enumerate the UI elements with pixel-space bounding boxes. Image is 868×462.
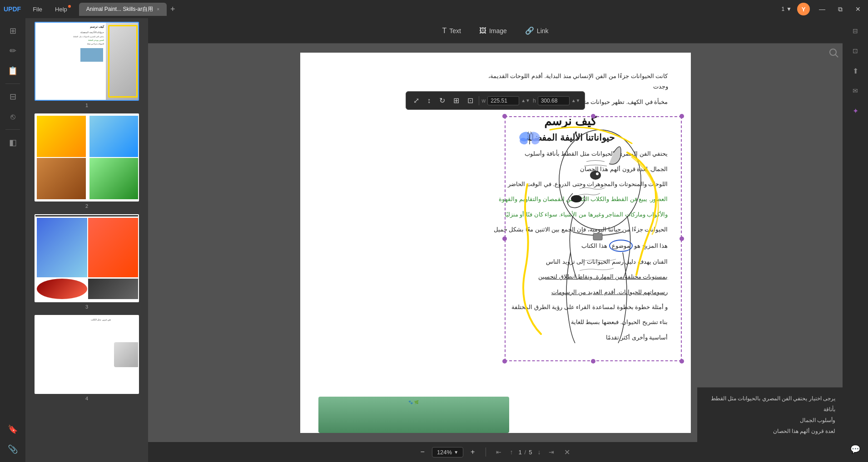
intro-para-1: كانت الحيوانات جزءًا من الفن الإنساني من… <box>473 71 668 92</box>
bottom-image-strip: 🌿 🐾 <box>318 397 509 433</box>
butterfly-svg <box>518 130 541 148</box>
link-tool-btn[interactable]: 🔗 Link <box>516 23 558 39</box>
bottom-bar: − 124% ▼ + ⇤ ↑ 1 / 5 ↓ ⇥ ✕ <box>148 442 843 462</box>
height-field: h ▲▼ <box>533 96 580 105</box>
tab-add-btn[interactable]: + <box>167 5 179 14</box>
svg-rect-3 <box>593 233 602 240</box>
bar-close-btn[interactable]: ✕ <box>560 446 574 458</box>
butterfly-decoration <box>518 130 541 150</box>
link-tool-label: Link <box>537 27 549 34</box>
minimize-btn[interactable]: — <box>815 4 829 15</box>
nav-prev-btn[interactable]: ↑ <box>507 447 516 457</box>
thumb-item-1[interactable]: كيف نرسم حيواناتنا الأليفة المفضلة يحتفي… <box>29 22 144 108</box>
sidebar-icon-annotate[interactable]: 📋 <box>4 62 22 80</box>
right-ai-icon[interactable]: ✦ <box>846 102 864 120</box>
thumb-page-4-content: نص عربي مثل الكلب <box>35 316 139 393</box>
search-float-btn[interactable] <box>828 47 839 60</box>
sidebar-icon-edit[interactable]: ✏ <box>4 42 22 60</box>
sidebar-icon-pages[interactable]: ⊞ <box>4 22 22 40</box>
sidebar-icon-attach[interactable]: 📎 <box>4 440 22 458</box>
width-input[interactable] <box>487 96 519 105</box>
zoom-in-btn[interactable]: + <box>467 446 478 458</box>
right-share-icon[interactable]: ✉ <box>846 82 864 100</box>
flip-btn[interactable]: ↕ <box>425 95 434 107</box>
thumb-item-4[interactable]: نص عربي مثل الكلب 4 <box>29 315 144 401</box>
app-logo: UPDF <box>4 5 21 13</box>
image-tool-label: Image <box>489 27 507 34</box>
thumb-num-4: 4 <box>85 396 88 401</box>
thumb-num-3: 3 <box>85 304 88 310</box>
sidebar-icon-extract[interactable]: ⎋ <box>4 108 22 126</box>
thumb-page-2[interactable] <box>35 113 139 202</box>
right-comment-icon[interactable]: 💬 <box>846 440 864 458</box>
right-crop-icon[interactable]: ⊡ <box>846 42 864 60</box>
tab-bar: Animal Paint... Skills-ar自用 × + <box>79 3 778 16</box>
page-count-display: 1 ▼ <box>781 6 792 12</box>
zoom-value: 124% <box>437 449 452 456</box>
main-toolbar: T Text 🖼 Image 🔗 Link <box>148 18 843 44</box>
svg-point-0 <box>559 130 641 230</box>
sidebar-icon-layers[interactable]: ◧ <box>4 133 22 152</box>
panel-line-1: يرجى اختيار يحتفي الفن المصري بالحيوانات… <box>704 393 835 415</box>
menu-help[interactable]: Help <box>50 4 72 15</box>
right-export-icon[interactable]: ⬆ <box>846 62 864 80</box>
page-navigation: ⇤ ↑ 1 / 5 ↓ ⇥ <box>493 447 557 457</box>
nav-first-btn[interactable]: ⇤ <box>493 447 504 457</box>
text-tool-btn[interactable]: T Text <box>433 23 470 39</box>
maximize-btn[interactable]: ⧉ <box>834 4 846 15</box>
height-spin[interactable]: ▲▼ <box>571 98 580 103</box>
sidebar-divider-1 <box>5 84 20 84</box>
text-icon: T <box>442 27 446 35</box>
thumb-page-3-content <box>35 215 139 301</box>
text-tool-label: Text <box>449 27 461 34</box>
menu-file[interactable]: File <box>28 4 47 15</box>
dog-sketch-svg <box>505 116 682 361</box>
zoom-out-btn[interactable]: − <box>417 446 428 458</box>
tab-active[interactable]: Animal Paint... Skills-ar自用 × <box>79 3 167 16</box>
thumbnail-panel: كيف نرسم حيواناتنا الأليفة المفضلة يحتفي… <box>25 18 148 462</box>
bottom-right-panel: يرجى اختيار يحتفي الفن المصري بالحيوانات… <box>697 387 843 442</box>
toolbar-divider-1 <box>479 96 479 105</box>
dog-illustration-container <box>505 116 682 361</box>
link-icon: 🔗 <box>525 26 534 35</box>
thumb-page-4[interactable]: نص عربي مثل الكلب <box>35 315 139 394</box>
thumb-item-3[interactable]: 3 <box>29 214 144 310</box>
image-icon: 🖼 <box>479 27 486 35</box>
replace-btn[interactable]: ⊡ <box>465 94 476 107</box>
sidebar-icon-organize[interactable]: ⊟ <box>4 88 22 106</box>
thumb-page-3[interactable] <box>35 214 139 302</box>
thumb-page-1[interactable]: كيف نرسم حيواناتنا الأليفة المفضلة يحتفي… <box>35 22 139 101</box>
sidebar-icon-bookmark[interactable]: 🔖 <box>4 420 22 438</box>
sidebar-divider-2 <box>5 129 20 130</box>
thumb-num-2: 2 <box>85 203 88 209</box>
thumb-page-2-content <box>35 114 139 201</box>
svg-point-1 <box>590 171 601 180</box>
tab-close-btn[interactable]: × <box>157 7 159 12</box>
left-sidebar: ⊞ ✏ 📋 ⊟ ⎋ ◧ 🔖 📎 <box>0 18 25 462</box>
right-sidebar: ⊟ ⊡ ⬆ ✉ ✦ 💬 <box>843 18 868 462</box>
nav-last-btn[interactable]: ⇥ <box>546 447 557 457</box>
svg-line-11 <box>836 55 838 58</box>
zoom-dropdown-btn[interactable]: ▼ <box>454 450 458 455</box>
rotate-btn[interactable]: ↻ <box>436 94 448 107</box>
crop-btn[interactable]: ⊞ <box>451 94 462 107</box>
nav-next-btn[interactable]: ↓ <box>535 447 543 457</box>
pdf-viewer[interactable]: ⤢ ↕ ↻ ⊞ ⊡ w ▲▼ h ▲▼ <box>148 44 843 442</box>
width-spin[interactable]: ▲▼ <box>521 98 530 103</box>
title-bar-right: 1 ▼ Y — ⧉ ✕ <box>781 3 864 15</box>
title-bar: UPDF File Help Animal Paint... Skills-ar… <box>0 0 868 18</box>
thumb-item-2[interactable]: 2 <box>29 113 144 209</box>
svg-point-2 <box>596 172 599 175</box>
image-tool-btn[interactable]: 🖼 Image <box>470 23 516 39</box>
svg-point-4 <box>571 195 582 202</box>
thumb-page-1-content: كيف نرسم حيواناتنا الأليفة المفضلة يحتفي… <box>35 23 139 100</box>
user-avatar[interactable]: Y <box>797 3 810 15</box>
panel-line-2: وأسلوب الجمال <box>704 415 835 426</box>
fit-btn[interactable]: ⤢ <box>411 94 422 107</box>
total-pages-display: 5 <box>529 449 532 456</box>
current-page-display: 1 <box>518 449 521 456</box>
width-field: w ▲▼ <box>482 96 530 105</box>
right-properties-icon[interactable]: ⊟ <box>846 22 864 40</box>
close-btn[interactable]: ✕ <box>852 4 864 15</box>
height-input[interactable] <box>538 96 570 105</box>
